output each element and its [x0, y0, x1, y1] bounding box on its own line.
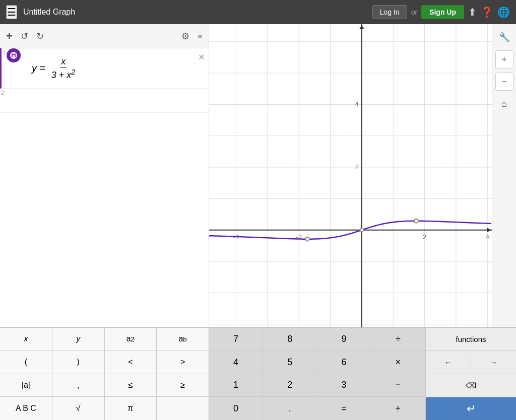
key-5[interactable]: 5 — [263, 351, 317, 374]
num-row-1: 7 8 9 ÷ — [209, 328, 425, 351]
symbol-row-3: |a| , ≤ ≥ — [0, 374, 209, 397]
key-plus[interactable]: + — [371, 397, 425, 420]
key-geq[interactable]: ≥ — [157, 374, 209, 397]
key-3[interactable]: 3 — [317, 374, 371, 397]
key-gt[interactable]: > — [157, 351, 209, 374]
key-0[interactable]: 0 — [209, 397, 263, 420]
expression-color-icon-1 — [7, 48, 21, 62]
expression-formula-1: y = x 3 + x2 — [26, 52, 209, 85]
header-actions: Log In or Sign Up ⬆ ❓ 🌐 — [372, 5, 510, 19]
expression-item-2[interactable]: 2 — [0, 89, 209, 113]
undo-button[interactable]: ↺ — [21, 31, 28, 42]
symbol-row-4: A B C √ π — [0, 397, 209, 420]
desmos-logo — [9, 51, 18, 60]
symbol-row-1: x y a2 ab — [0, 328, 209, 351]
symbol-row-2: ( ) < > — [0, 351, 209, 374]
key-x[interactable]: x — [0, 328, 52, 351]
key-1[interactable]: 1 — [209, 374, 263, 397]
zoom-out-button[interactable]: − — [495, 73, 513, 91]
key-7[interactable]: 7 — [209, 328, 263, 351]
key-divide[interactable]: ÷ — [371, 328, 425, 351]
key-multiply[interactable]: × — [371, 351, 425, 374]
key-2[interactable]: 2 — [263, 374, 317, 397]
key-equals[interactable]: = — [317, 397, 371, 420]
functions-button[interactable]: functions — [425, 328, 516, 351]
key-a-power-b[interactable]: ab — [157, 328, 209, 351]
globe-icon[interactable]: 🌐 — [497, 6, 510, 18]
expression-formula-2 — [24, 97, 209, 105]
wrench-button[interactable]: 🔧 — [495, 28, 513, 46]
signup-button[interactable]: Sign Up — [421, 5, 464, 19]
function-keys: functions ← → ⌫ ↵ — [425, 328, 516, 420]
login-button[interactable]: Log In — [372, 5, 407, 19]
expression-toolbar: + ↺ ↻ ⚙ « — [0, 24, 209, 48]
key-pi[interactable]: π — [105, 397, 157, 420]
redo-button[interactable]: ↻ — [36, 31, 44, 42]
key-dot[interactable]: . — [263, 397, 317, 420]
key-open-paren[interactable]: ( — [0, 351, 52, 374]
numpad: 7 8 9 ÷ 4 5 6 × 1 2 3 − 0 . = + — [209, 328, 425, 420]
app-title: Untitled Graph — [23, 8, 366, 17]
header: ☰ Untitled Graph Log In or Sign Up ⬆ ❓ 🌐 — [0, 0, 516, 24]
key-comma[interactable]: , — [52, 374, 105, 397]
arrow-left-key[interactable]: ← — [426, 358, 471, 367]
delete-key[interactable]: ⌫ — [425, 374, 516, 397]
expression-item-1[interactable]: 1 y = x 3 + x2 — [0, 48, 209, 89]
enter-key[interactable]: ↵ — [425, 397, 516, 420]
key-empty — [157, 397, 209, 420]
bottom-keyboard: x y a2 ab ( ) < > |a| , ≤ ≥ A B C √ π 7 … — [0, 327, 516, 420]
zoom-in-button[interactable]: + — [495, 50, 513, 68]
key-6[interactable]: 6 — [317, 351, 371, 374]
key-minus[interactable]: − — [371, 374, 425, 397]
arrow-row: ← → — [425, 351, 516, 374]
key-a-squared[interactable]: a2 — [105, 328, 157, 351]
help-icon[interactable]: ❓ — [481, 6, 493, 18]
key-lt[interactable]: < — [105, 351, 157, 374]
menu-icon[interactable]: ☰ — [6, 5, 17, 19]
add-expression-button[interactable]: + — [6, 30, 13, 43]
key-4[interactable]: 4 — [209, 351, 263, 374]
key-abs-val[interactable]: |a| — [0, 374, 52, 397]
key-abc[interactable]: A B C — [0, 397, 52, 420]
key-9[interactable]: 9 — [317, 328, 371, 351]
key-y[interactable]: y — [52, 328, 105, 351]
home-button[interactable]: ⌂ — [495, 95, 513, 113]
share-icon[interactable]: ⬆ — [468, 6, 477, 18]
key-sqrt[interactable]: √ — [52, 397, 105, 420]
or-text: or — [411, 8, 417, 16]
expression-number-2: 2 — [1, 90, 4, 96]
num-row-3: 1 2 3 − — [209, 374, 425, 397]
num-row-2: 4 5 6 × — [209, 351, 425, 374]
expression-number-1: 1 — [3, 49, 6, 55]
symbol-keys: x y a2 ab ( ) < > |a| , ≤ ≥ A B C √ π — [0, 328, 209, 420]
arrow-right-key[interactable]: → — [471, 358, 516, 367]
key-8[interactable]: 8 — [263, 328, 317, 351]
num-row-4: 0 . = + — [209, 397, 425, 420]
collapse-button[interactable]: « — [198, 31, 203, 41]
key-close-paren[interactable]: ) — [52, 351, 105, 374]
settings-button[interactable]: ⚙ — [181, 31, 189, 42]
key-leq[interactable]: ≤ — [105, 374, 157, 397]
expression-close-1[interactable]: ✕ — [198, 52, 205, 62]
